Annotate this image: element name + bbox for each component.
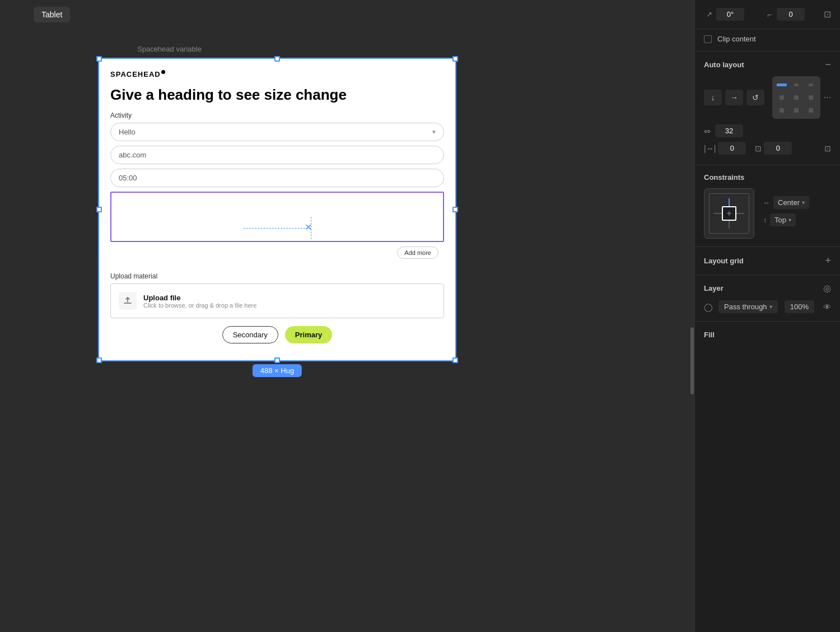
spacing-icon: ⇔ xyxy=(704,127,711,136)
align-mr[interactable] xyxy=(809,95,813,100)
visibility-icon[interactable]: 👁 xyxy=(823,303,831,312)
layer-header: Layer ◎ xyxy=(704,283,831,294)
pad-top-prop: ⊡ 0 xyxy=(755,142,792,155)
blend-mode-icon: ◯ xyxy=(704,303,713,312)
spacing-value[interactable]: 32 xyxy=(715,124,743,137)
form-field-1[interactable]: Hello ▾ xyxy=(110,123,444,141)
constraints-grid: + ↔ Center ▾ ↕ Top ▾ xyxy=(704,188,831,239)
clip-content-row: Clip content xyxy=(695,29,840,52)
direction-down[interactable]: ↓ xyxy=(704,90,722,105)
constraints-section: Constraints + ↔ xyxy=(695,165,840,247)
form-field-2[interactable]: abc.com xyxy=(110,146,444,164)
primary-button[interactable]: Primary xyxy=(285,326,332,343)
handle-mr[interactable] xyxy=(452,207,458,212)
handle-bm[interactable] xyxy=(274,357,280,363)
more-options-icon[interactable]: ··· xyxy=(824,92,831,103)
corner-value[interactable]: 0 xyxy=(777,8,805,21)
frame-label: Spacehead variable xyxy=(137,45,202,53)
scrollbar[interactable] xyxy=(690,34,694,621)
constraint-visual: + xyxy=(704,188,754,239)
align-tr[interactable] xyxy=(809,83,813,86)
clip-label: Clip content xyxy=(717,35,756,43)
device-frame[interactable]: SPACEHEAD Give a heading to see size cha… xyxy=(98,58,456,361)
layer-target-icon[interactable]: ◎ xyxy=(823,283,831,294)
scrollbar-track xyxy=(690,34,694,621)
layer-title: Layer xyxy=(704,284,724,292)
direction-wrap[interactable]: ↺ xyxy=(746,90,764,105)
pad-top-icon: ⊡ xyxy=(755,144,762,153)
align-bm[interactable] xyxy=(794,108,799,113)
rotation-value[interactable]: 0° xyxy=(716,8,744,21)
handle-tl[interactable] xyxy=(96,56,102,62)
constraint-v-chevron: ▾ xyxy=(788,217,791,223)
constraint-h-row: ↔ Center ▾ xyxy=(763,196,831,209)
secondary-button[interactable]: Secondary xyxy=(222,326,278,343)
constraint-v-icon: ↕ xyxy=(763,216,767,224)
blend-mode-select[interactable]: Pass through ▾ xyxy=(718,300,778,313)
align-tl[interactable] xyxy=(777,83,787,86)
layout-grid-title: Layout grid xyxy=(704,257,744,265)
clip-checkbox[interactable] xyxy=(704,35,712,43)
constraint-h-select[interactable]: Center ▾ xyxy=(773,196,809,209)
size-badge: 488 × Hug xyxy=(253,364,302,377)
constraints-header: Constraints xyxy=(704,173,831,182)
main-heading: Give a heading to see size change xyxy=(110,86,444,104)
layout-grid-section: Layout grid + xyxy=(695,247,840,275)
expand-corners-icon[interactable]: ⊡ xyxy=(824,9,831,20)
pad-left-value[interactable]: 0 xyxy=(718,142,746,155)
constraint-h-icon: ↔ xyxy=(763,199,770,207)
align-ml[interactable] xyxy=(780,95,784,100)
opacity-value[interactable]: 100% xyxy=(785,300,814,313)
corner-prop: ⌐ 0 xyxy=(764,8,805,21)
form-field-3[interactable]: 05:00 xyxy=(110,169,444,187)
align-br[interactable] xyxy=(809,108,813,113)
expand-padding-icon[interactable]: ⊡ xyxy=(824,144,831,153)
layer-section: Layer ◎ ◯ Pass through ▾ 100% 👁 xyxy=(695,275,840,322)
cv-plus-icon: + xyxy=(726,208,731,219)
scrollbar-thumb[interactable] xyxy=(690,327,694,394)
spacing-row: ⇔ 32 xyxy=(704,124,831,137)
handle-br[interactable] xyxy=(452,357,458,363)
align-mm[interactable] xyxy=(794,95,799,100)
handle-bl[interactable] xyxy=(96,357,102,363)
upload-text: Upload file Click to browse, or drag & d… xyxy=(143,294,256,309)
selected-area[interactable]: ✕ xyxy=(110,192,444,242)
constraint-v-select[interactable]: Top ▾ xyxy=(770,213,796,226)
handle-tm[interactable] xyxy=(274,56,280,62)
direction-right[interactable]: → xyxy=(725,90,743,105)
layer-row: ◯ Pass through ▾ 100% 👁 xyxy=(704,300,831,313)
align-tm[interactable] xyxy=(794,83,799,86)
add-more-button[interactable]: Add more xyxy=(397,247,438,259)
fill-section: Fill xyxy=(695,322,840,344)
cv-outer: + xyxy=(709,193,749,234)
chevron-icon-1: ▾ xyxy=(432,128,436,136)
constraint-h-chevron: ▾ xyxy=(802,199,805,206)
frame-inner: SPACEHEAD Give a heading to see size cha… xyxy=(99,59,455,360)
blend-mode-chevron: ▾ xyxy=(769,304,772,310)
handle-ml[interactable] xyxy=(96,207,102,212)
upload-label: Upload material xyxy=(110,272,444,280)
auto-layout-header: Auto layout − xyxy=(704,59,831,69)
pad-left-prop: |↔| 0 xyxy=(704,142,746,155)
canvas-content: Spacehead variable SPACEHEAD Give a head… xyxy=(34,45,694,632)
auto-layout-title: Auto layout xyxy=(704,61,744,69)
constraints-title: Constraints xyxy=(704,173,744,182)
upload-icon xyxy=(119,292,137,310)
layout-grid-add[interactable]: + xyxy=(825,255,831,267)
layout-grid-header: Layout grid + xyxy=(704,255,831,267)
rotation-icon: ↗ xyxy=(704,10,714,18)
cv-inner: + xyxy=(722,206,736,221)
pad-top-value[interactable]: 0 xyxy=(764,142,792,155)
rotation-prop: ↗ 0° xyxy=(704,8,744,21)
pad-left-icon: |↔| xyxy=(704,144,716,153)
upload-box[interactable]: Upload file Click to browse, or drag & d… xyxy=(110,284,444,318)
activity-label: Activity xyxy=(110,111,444,119)
align-grid[interactable] xyxy=(772,76,820,119)
auto-layout-section: Auto layout − ↓ → ↺ xyxy=(695,52,840,165)
fill-title: Fill xyxy=(704,331,715,339)
canvas-area: Tablet Spacehead variable SPACEHEAD Give… xyxy=(0,0,694,632)
align-bl[interactable] xyxy=(780,108,784,113)
spacehead-logo: SPACEHEAD xyxy=(110,70,444,78)
handle-tr[interactable] xyxy=(452,56,458,62)
auto-layout-collapse[interactable]: − xyxy=(825,59,831,69)
